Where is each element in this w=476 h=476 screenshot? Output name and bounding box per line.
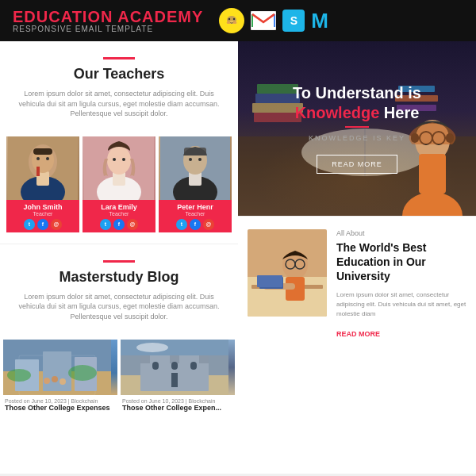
teacher-name-2: Lara Emily: [86, 203, 152, 211]
teachers-section: Our Teachers Lorem ipsum dolor sit amet,…: [0, 41, 238, 129]
university-photo: [248, 229, 327, 317]
header-subtitle: RESPONSIVE EMAIL TEMPLATE: [13, 25, 206, 33]
teacher-role-3: Teacher: [162, 211, 228, 217]
blog-card-1: Posted on June 10, 2023 | Blockchain Tho…: [3, 340, 117, 413]
blog-card-2: Posted on June 10, 2023 | Blockchain Tho…: [121, 340, 235, 413]
teacher-social-2: t f @: [86, 219, 152, 230]
m-icon: M: [311, 9, 328, 33]
teacher-2-email[interactable]: @: [127, 219, 138, 230]
svg-rect-55: [152, 362, 159, 370]
teachers-divider: [103, 57, 135, 60]
gmail-icon: [251, 11, 276, 30]
teacher-photo-2: [83, 136, 155, 200]
teacher-name-1: John Smith: [10, 203, 76, 211]
svg-point-24: [122, 158, 125, 161]
teacher-3-facebook[interactable]: f: [190, 219, 201, 230]
teacher-1-facebook[interactable]: f: [37, 219, 48, 230]
teacher-3-email[interactable]: @: [203, 219, 214, 230]
left-panel: Our Teachers Lorem ipsum dolor sit amet,…: [0, 41, 238, 474]
blog-img-1-svg: [3, 340, 111, 395]
university-body: Lorem ipsum dolor sit amet, consectetur …: [336, 290, 466, 319]
teacher-info-1: John Smith Teacher t f @: [6, 200, 79, 232]
blog-title: Masterstudy Blog: [13, 269, 225, 286]
svg-rect-89: [257, 275, 282, 287]
university-read-more[interactable]: READ MORE: [336, 330, 380, 338]
svg-point-3: [233, 18, 235, 20]
gmail-svg: [251, 11, 276, 30]
svg-point-39: [68, 365, 97, 381]
all-about-label: All About: [336, 229, 466, 237]
svg-point-29: [189, 158, 192, 161]
blog-post-title-1[interactable]: Those Other College Expenses: [3, 404, 117, 413]
svg-rect-18: [36, 167, 40, 176]
teacher-name-3: Peter Henr: [162, 203, 228, 211]
teachers-title: Our Teachers: [13, 66, 225, 83]
svg-point-60: [136, 343, 168, 352]
mailchimp-icon: [219, 8, 244, 33]
blog-tag-1: Posted on June 10, 2023 | Blockchain: [3, 398, 117, 404]
university-content: All About The World's Best Education in …: [336, 229, 466, 340]
svg-rect-74: [419, 154, 446, 194]
svg-rect-17: [33, 148, 52, 155]
svg-point-42: [60, 378, 66, 385]
hero-subtitle-divider: [345, 126, 369, 128]
svg-point-38: [7, 369, 31, 382]
hero-person-svg: [397, 113, 468, 216]
svg-point-41: [52, 376, 58, 382]
university-section: All About The World's Best Education in …: [238, 216, 476, 352]
blog-post-title-2[interactable]: Those Other College Expen...: [121, 404, 235, 413]
email-icons: S M: [219, 8, 328, 33]
teachers-body: Lorem ipsum dolor sit amet, consectetur …: [13, 89, 225, 119]
svg-point-40: [44, 378, 50, 384]
svg-rect-58: [171, 373, 178, 387]
svg-rect-57: [190, 362, 197, 370]
right-panel: To Understand isKnowledge Here KNOWLEDGE…: [238, 41, 476, 474]
teacher-3-svg: [160, 136, 230, 200]
blog-img-2-svg: [121, 340, 228, 395]
teacher-1-email[interactable]: @: [51, 219, 62, 230]
teacher-2-svg: [84, 136, 154, 200]
svg-point-73: [402, 192, 463, 216]
svg-point-30: [198, 158, 202, 161]
svg-point-23: [113, 158, 116, 161]
teacher-role-1: Teacher: [10, 211, 76, 217]
svg-point-6: [233, 21, 237, 24]
teacher-social-3: t f @: [162, 219, 228, 230]
teacher-social-1: t f @: [10, 219, 76, 230]
blog-images: Posted on June 10, 2023 | Blockchain Tho…: [0, 332, 238, 413]
teacher-info-2: Lara Emily Teacher t f @: [83, 200, 155, 232]
blog-tag-2: Posted on June 10, 2023 | Blockchain: [121, 398, 235, 404]
teacher-role-2: Teacher: [86, 211, 152, 217]
svg-point-22: [107, 146, 131, 175]
hero-person: [397, 113, 468, 216]
teacher-1-twitter[interactable]: t: [24, 219, 35, 230]
university-title: The World's Best Education in Our Univer…: [336, 240, 466, 284]
top-header: EDUCATION ACADEMY RESPONSIVE EMAIL TEMPL…: [0, 0, 476, 41]
blog-img-2: [121, 340, 235, 395]
teachers-grid: John Smith Teacher t f @: [0, 129, 238, 232]
teacher-card-2: Lara Emily Teacher t f @: [83, 136, 155, 232]
teacher-2-facebook[interactable]: f: [113, 219, 125, 230]
stamp-label: S: [290, 14, 298, 27]
hero-read-more-button[interactable]: READ MORE: [317, 155, 397, 174]
svg-point-2: [228, 18, 230, 20]
teacher-card-3: Peter Henr Teacher t f @: [159, 136, 232, 232]
app-title: EDUCATION ACADEMY: [13, 8, 203, 25]
teacher-photo-1: [6, 136, 79, 200]
blog-section: Masterstudy Blog Lorem ipsum dolor sit a…: [0, 244, 238, 332]
teacher-photo-3: [159, 136, 232, 200]
svg-point-15: [36, 157, 40, 160]
teacher-1-svg: [8, 136, 78, 200]
svg-point-5: [227, 21, 231, 24]
svg-rect-56: [171, 362, 178, 370]
mailchimp-svg: [223, 12, 240, 29]
blog-divider: [103, 260, 135, 263]
hero-section: To Understand isKnowledge Here KNOWLEDGE…: [238, 41, 476, 216]
teacher-3-twitter[interactable]: t: [176, 219, 187, 230]
university-photo-svg: [248, 229, 327, 317]
teacher-2-twitter[interactable]: t: [100, 219, 111, 230]
stamp-icon: S: [282, 10, 305, 32]
main-content: Our Teachers Lorem ipsum dolor sit amet,…: [0, 41, 476, 474]
svg-rect-36: [43, 351, 71, 391]
teacher-info-3: Peter Henr Teacher t f @: [159, 200, 232, 232]
